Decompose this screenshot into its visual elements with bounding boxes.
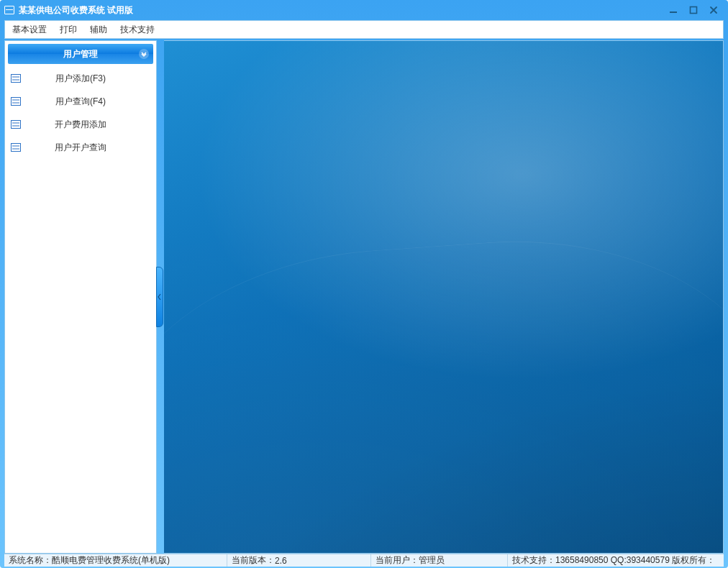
menu-bar: 基本设置 打印 辅助 技术支持: [4, 20, 724, 39]
sidebar-list: 用户添加(F3) 用户查询(F4) 开户费用添加 用户开户查询: [5, 67, 156, 553]
menu-item-assist[interactable]: 辅助: [90, 24, 107, 36]
sidebar-header-label: 用户管理: [63, 48, 98, 60]
sidebar-item-user-open-query[interactable]: 用户开户查询: [5, 136, 156, 159]
sidebar-item-label: 开户费用添加: [21, 119, 150, 131]
sidebar-header-user-management[interactable]: 用户管理: [8, 44, 153, 64]
status-bar: 系统名称： 酷顺电费管理收费系统(单机版) 当前版本： 2.6 当前用户： 管理…: [4, 554, 724, 567]
status-system-name: 系统名称： 酷顺电费管理收费系统(单机版): [4, 554, 227, 567]
status-support: 技术支持： 13658490850 QQ:393440579 版权所有：: [508, 554, 724, 567]
form-icon: [11, 143, 21, 152]
status-label: 当前用户：: [376, 554, 419, 567]
status-current-user: 当前用户： 管理员: [371, 554, 508, 567]
chevron-down-icon: [139, 49, 149, 59]
menu-item-print[interactable]: 打印: [60, 24, 77, 36]
menu-item-basic-settings[interactable]: 基本设置: [12, 24, 47, 36]
window-title: 某某供电公司收费系统 试用版: [19, 4, 133, 17]
menu-item-tech-support[interactable]: 技术支持: [120, 24, 155, 36]
status-version: 当前版本： 2.6: [227, 554, 371, 567]
status-label: 技术支持：: [512, 554, 555, 567]
status-value: 酷顺电费管理收费系统(单机版): [52, 554, 170, 567]
sidebar-collapse-grip[interactable]: [157, 40, 164, 554]
status-value: 2.6: [275, 556, 287, 566]
form-icon: [11, 74, 21, 83]
sidebar-item-label: 用户查询(F4): [21, 96, 150, 108]
svg-rect-1: [691, 7, 697, 14]
status-label: 当前版本：: [232, 554, 275, 567]
status-label: 系统名称：: [9, 554, 52, 567]
sidebar-item-label: 用户添加(F3): [21, 73, 150, 85]
sidebar: 用户管理 用户添加(F3) 用户查询(F4) 开户费用添加: [4, 40, 157, 554]
title-bar[interactable]: 某某供电公司收费系统 试用版: [0, 0, 728, 20]
window-controls: [663, 4, 724, 17]
svg-rect-0: [670, 12, 677, 13]
form-icon: [11, 120, 21, 129]
client-area: 用户管理 用户添加(F3) 用户查询(F4) 开户费用添加: [4, 40, 724, 554]
minimize-button[interactable]: [663, 4, 683, 17]
maximize-button[interactable]: [683, 4, 704, 17]
app-window: 某某供电公司收费系统 试用版 基本设置 打印 辅助 技术支持 用户管理: [0, 0, 728, 568]
sidebar-item-open-fee-add[interactable]: 开户费用添加: [5, 113, 156, 136]
main-desktop-area: [164, 40, 724, 554]
close-button[interactable]: [704, 4, 724, 17]
sidebar-item-label: 用户开户查询: [21, 142, 150, 154]
form-icon: [11, 97, 21, 106]
status-value: 13658490850 QQ:393440579 版权所有：: [555, 554, 715, 567]
sidebar-item-user-query[interactable]: 用户查询(F4): [5, 90, 156, 113]
app-icon: [4, 6, 14, 14]
sidebar-item-user-add[interactable]: 用户添加(F3): [5, 67, 156, 90]
collapse-handle-icon: [156, 267, 163, 327]
status-value: 管理员: [419, 554, 445, 567]
